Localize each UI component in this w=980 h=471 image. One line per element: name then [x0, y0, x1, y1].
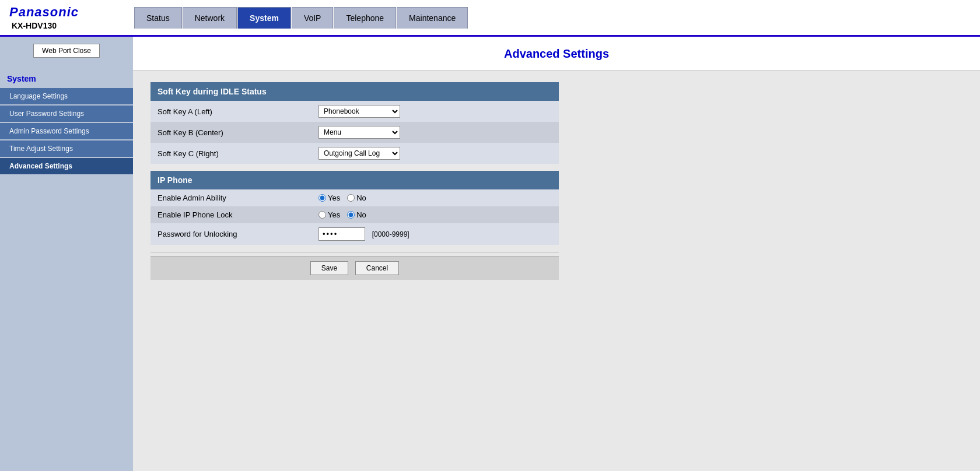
brand-logo: Panasonic [9, 5, 125, 20]
device-model: KX-HDV130 [9, 21, 125, 30]
footer-divider [150, 252, 559, 252]
body-layout: Web Port Close System Language Settings … [0, 37, 980, 471]
page-title: Advanced Settings [133, 37, 980, 71]
ip-phone-section-header: IP Phone [150, 171, 559, 189]
header: Panasonic KX-HDV130 Status Network Syste… [0, 0, 980, 37]
sidebar-item-language[interactable]: Language Settings [0, 88, 133, 104]
enable-admin-no-label[interactable]: No [347, 194, 366, 202]
ip-phone-lock-yes-radio[interactable] [318, 211, 326, 219]
nav-tab-telephone[interactable]: Telephone [334, 7, 396, 29]
ip-phone-lock-radio-group: Yes No [318, 210, 554, 219]
ip-phone-lock-no-label[interactable]: No [347, 210, 366, 219]
main-content: Advanced Settings Soft Key during IDLE S… [133, 37, 980, 471]
ip-phone-lock-no-text: No [356, 210, 366, 219]
enable-admin-ability-field: Yes No [314, 189, 559, 206]
soft-key-section-header: Soft Key during IDLE Status [150, 82, 559, 101]
sidebar-system-label: System [0, 65, 133, 88]
enable-admin-ability-label: Enable Admin Ability [150, 189, 314, 206]
soft-key-c-value: Phonebook Menu Outgoing Call Log None [314, 143, 559, 164]
soft-key-a-select[interactable]: Phonebook Menu Outgoing Call Log None [318, 105, 400, 118]
enable-ip-phone-lock-field: Yes No [314, 206, 559, 223]
soft-key-c-label: Soft Key C (Right) [150, 143, 314, 164]
settings-area: Soft Key during IDLE Status Soft Key A (… [133, 71, 980, 291]
enable-admin-no-radio[interactable] [347, 194, 355, 202]
web-port-close-button[interactable]: Web Port Close [33, 44, 100, 58]
logo-area: Panasonic KX-HDV130 [0, 0, 134, 35]
soft-key-b-select[interactable]: Phonebook Menu Outgoing Call Log None [318, 126, 400, 139]
sidebar-item-time-adjust[interactable]: Time Adjust Settings [0, 140, 133, 157]
enable-admin-no-text: No [356, 194, 366, 202]
save-button[interactable]: Save [310, 261, 348, 275]
password-hint: [0000-9999] [372, 230, 410, 238]
sidebar-item-advanced[interactable]: Advanced Settings [0, 158, 133, 174]
ip-phone-lock-no-radio[interactable] [347, 211, 355, 219]
enable-admin-yes-label[interactable]: Yes [318, 194, 340, 202]
cancel-button[interactable]: Cancel [355, 261, 399, 275]
ip-phone-section: IP Phone Enable Admin Ability Yes No [150, 171, 559, 245]
password-unlocking-label: Password for Unlocking [150, 223, 314, 245]
soft-key-a-label: Soft Key A (Left) [150, 101, 314, 122]
nav-tab-maintenance[interactable]: Maintenance [397, 7, 468, 29]
password-unlocking-input[interactable] [318, 227, 365, 241]
nav-tab-network[interactable]: Network [183, 7, 237, 29]
soft-key-a-value: Phonebook Menu Outgoing Call Log None [314, 101, 559, 122]
nav-tab-status[interactable]: Status [134, 7, 182, 29]
soft-key-b-label: Soft Key B (Center) [150, 122, 314, 143]
ip-phone-lock-yes-text: Yes [328, 210, 340, 219]
enable-admin-yes-text: Yes [328, 194, 340, 202]
enable-admin-yes-radio[interactable] [318, 194, 326, 202]
ip-phone-lock-yes-label[interactable]: Yes [318, 210, 340, 219]
sidebar: Web Port Close System Language Settings … [0, 37, 133, 471]
sidebar-item-admin-password[interactable]: Admin Password Settings [0, 123, 133, 139]
soft-key-section: Soft Key during IDLE Status Soft Key A (… [150, 82, 559, 164]
footer-bar: Save Cancel [150, 256, 559, 280]
nav-tab-voip[interactable]: VoIP [292, 7, 334, 29]
soft-key-c-select[interactable]: Phonebook Menu Outgoing Call Log None [318, 147, 400, 160]
enable-admin-radio-group: Yes No [318, 194, 554, 202]
sidebar-item-user-password[interactable]: User Password Settings [0, 106, 133, 122]
nav-tab-system[interactable]: System [237, 7, 291, 29]
main-nav: Status Network System VoIP Telephone Mai… [134, 7, 468, 29]
soft-key-b-value: Phonebook Menu Outgoing Call Log None [314, 122, 559, 143]
password-unlocking-field: [0000-9999] [314, 223, 559, 245]
enable-ip-phone-lock-label: Enable IP Phone Lock [150, 206, 314, 223]
